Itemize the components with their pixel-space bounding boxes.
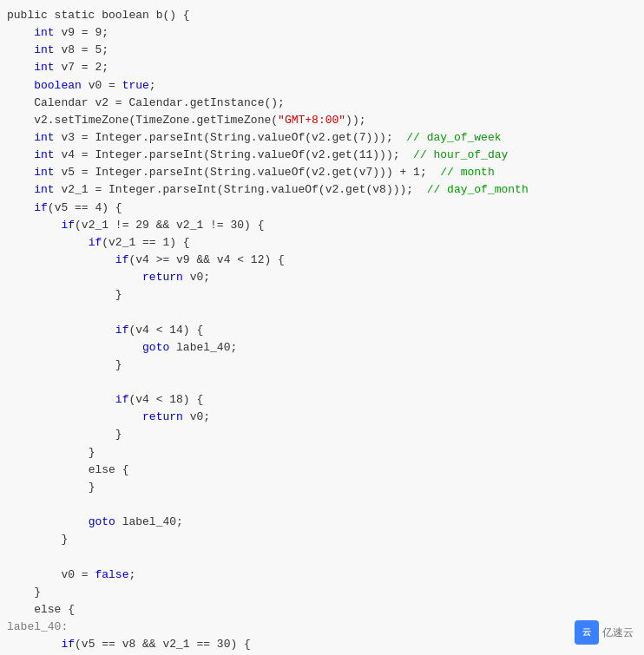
code-line: } bbox=[7, 357, 634, 374]
token-plain: (v5 == 4) { bbox=[48, 201, 122, 214]
code-line: int v7 = 2; bbox=[7, 59, 634, 76]
token-plain: (v5 == v8 && v2_1 == 30) { bbox=[75, 638, 251, 651]
code-line: if(v5 == 4) { bbox=[7, 200, 634, 217]
token-plain: else { bbox=[34, 603, 75, 616]
code-line: } bbox=[7, 584, 634, 601]
code-line: v0 = false; bbox=[7, 567, 634, 584]
token-string: "GMT+8:00" bbox=[278, 114, 345, 127]
code-line: if(v4 < 18) { bbox=[7, 391, 634, 409]
token-comment: // hour_of_day bbox=[413, 148, 508, 161]
token-keyword: return bbox=[142, 271, 183, 284]
token-keyword: int bbox=[34, 131, 54, 144]
token-plain: v3 = Integer.parseInt(String.valueOf(v2.… bbox=[55, 131, 407, 144]
token-comment: // day_of_week bbox=[406, 131, 501, 144]
code-line: goto label_40; bbox=[7, 514, 634, 531]
token-keyword: if bbox=[115, 324, 129, 337]
token-plain: (v4 < 18) { bbox=[128, 393, 203, 406]
code-line: int v2_1 = Integer.parseInt(String.value… bbox=[7, 181, 634, 199]
token-keyword: int bbox=[34, 183, 54, 196]
token-plain: } bbox=[115, 288, 122, 301]
watermark-logo: 云 bbox=[575, 620, 599, 645]
code-container: public static boolean b() { int v9 = 9; … bbox=[0, 0, 644, 655]
code-line: public static boolean b() { bbox=[7, 7, 634, 24]
code-line: int v4 = Integer.parseInt(String.valueOf… bbox=[7, 147, 634, 164]
code-line: return v0; bbox=[7, 269, 634, 286]
token-plain: } bbox=[115, 428, 122, 441]
code-line: return v0; bbox=[7, 409, 634, 426]
code-line: } bbox=[7, 444, 634, 462]
code-line: label_40: bbox=[7, 619, 634, 636]
token-label: label_40: bbox=[7, 620, 68, 633]
token-comment: // day_of_month bbox=[427, 183, 529, 196]
code-line: } bbox=[7, 479, 634, 496]
watermark: 云 亿速云 bbox=[575, 620, 634, 645]
token-keyword: int bbox=[34, 166, 54, 179]
code-line: } bbox=[7, 531, 634, 548]
code-line: if(v2_1 == 1) { bbox=[7, 234, 634, 252]
code-line: v2.setTimeZone(TimeZone.getTimeZone("GMT… bbox=[7, 112, 634, 129]
token-keyword: false bbox=[95, 568, 128, 581]
token-plain: } bbox=[89, 446, 95, 459]
token-keyword: if bbox=[61, 219, 75, 232]
token-plain: } bbox=[115, 358, 122, 371]
token-plain: )); bbox=[345, 114, 365, 127]
watermark-text: 亿速云 bbox=[602, 626, 634, 640]
token-keyword: if bbox=[89, 236, 102, 249]
code-line bbox=[7, 496, 634, 514]
token-plain: v5 = Integer.parseInt(String.valueOf(v2.… bbox=[55, 166, 441, 179]
code-line: goto label_40; bbox=[7, 339, 634, 357]
token-plain: else { bbox=[89, 463, 129, 476]
code-line: int v8 = 5; bbox=[7, 42, 634, 59]
token-plain: v0 = bbox=[61, 568, 95, 581]
token-plain: } bbox=[34, 586, 41, 599]
code-line: int v3 = Integer.parseInt(String.valueOf… bbox=[7, 129, 634, 147]
token-plain: (v4 >= v9 && v4 < 12) { bbox=[128, 253, 284, 266]
token-plain: public static boolean b() { bbox=[7, 9, 190, 22]
token-comment: // month bbox=[440, 166, 494, 179]
token-keyword: int bbox=[34, 61, 54, 74]
code-line: if(v4 < 14) { bbox=[7, 322, 634, 339]
code-line: else { bbox=[7, 462, 634, 479]
code-line: } bbox=[7, 426, 634, 443]
token-plain: (v4 < 14) { bbox=[128, 324, 203, 337]
code-line: if(v4 >= v9 && v4 < 12) { bbox=[7, 252, 634, 269]
token-plain: v7 = 2; bbox=[55, 61, 108, 74]
token-keyword: if bbox=[115, 253, 129, 266]
token-keyword: int bbox=[34, 26, 54, 39]
token-plain: } bbox=[89, 481, 95, 494]
code-line bbox=[7, 374, 634, 391]
code-line: if(v2_1 != 29 && v2_1 != 30) { bbox=[7, 217, 634, 234]
token-keyword: if bbox=[61, 638, 75, 651]
token-keyword: int bbox=[34, 43, 54, 56]
code-line bbox=[7, 304, 634, 321]
token-plain: v0 = bbox=[82, 79, 122, 92]
token-keyword: goto bbox=[89, 515, 115, 528]
token-plain: v8 = 5; bbox=[55, 43, 108, 56]
token-keyword: true bbox=[122, 79, 149, 92]
token-plain: Calendar bbox=[34, 96, 88, 109]
code-line bbox=[7, 548, 634, 566]
token-keyword: if bbox=[34, 201, 48, 214]
token-plain: } bbox=[61, 533, 68, 546]
code-block: public static boolean b() { int v9 = 9; … bbox=[0, 7, 644, 655]
code-line: int v9 = 9; bbox=[7, 24, 634, 42]
token-plain: ; bbox=[128, 568, 135, 581]
token-plain: ; bbox=[149, 79, 156, 92]
token-plain: v2_1 = Integer.parseInt(String.valueOf(v… bbox=[55, 183, 427, 196]
token-plain: v9 = 9; bbox=[55, 26, 108, 39]
token-plain: v2.setTimeZone(TimeZone.getTimeZone( bbox=[34, 114, 278, 127]
token-plain: (v2_1 == 1) { bbox=[102, 236, 189, 249]
token-keyword: return bbox=[142, 410, 183, 423]
code-line: Calendar v2 = Calendar.getInstance(); bbox=[7, 95, 634, 112]
code-line: int v5 = Integer.parseInt(String.valueOf… bbox=[7, 164, 634, 181]
code-line: else { bbox=[7, 601, 634, 619]
token-keyword: if bbox=[115, 393, 129, 406]
token-plain: v0; bbox=[183, 410, 210, 423]
token-plain: label_40; bbox=[169, 341, 237, 354]
token-plain: v2 = Calendar.getInstance(); bbox=[89, 96, 285, 109]
token-plain: v4 = Integer.parseInt(String.valueOf(v2.… bbox=[55, 148, 413, 161]
code-line: if(v5 == v8 && v2_1 == 30) { bbox=[7, 636, 634, 653]
token-plain: label_40; bbox=[115, 515, 183, 528]
token-plain: v0; bbox=[183, 271, 210, 284]
token-plain: (v2_1 != 29 && v2_1 != 30) { bbox=[75, 219, 264, 232]
